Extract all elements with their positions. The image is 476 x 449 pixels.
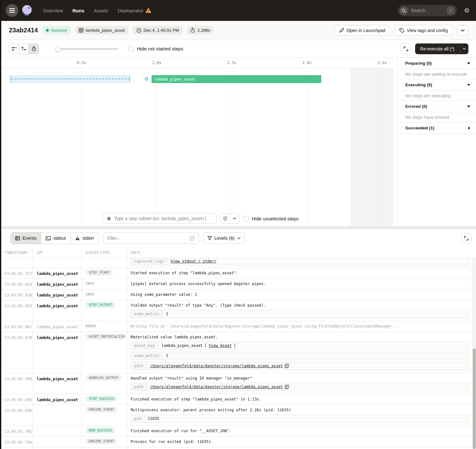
- step-waiting-bar[interactable]: [10, 75, 130, 83]
- hide-unselected-checkbox[interactable]: [243, 216, 249, 221]
- log-info-text: Using some_parameter value: 1: [131, 292, 469, 297]
- log-row[interactable]: 13:45:03.438lambda_pipes_assetINFOUsing …: [0, 290, 476, 300]
- tab-events[interactable]: Events: [11, 232, 41, 244]
- path-link[interactable]: /Users/alangenfeld/data/dagster/storage/…: [150, 364, 283, 368]
- clear-filter-icon[interactable]: [189, 236, 195, 241]
- log-row[interactable]: 13:45:03.505lambda_pipes_assetSTEP_SUCCE…: [0, 394, 476, 405]
- gantt-zoom-slider[interactable]: [55, 44, 118, 54]
- panel-resize-handle[interactable]: [0, 226, 476, 229]
- view-asset-link[interactable]: View Asset: [209, 343, 231, 348]
- log-row[interactable]: 13:45:03.701-RUN_SUCCESSFinished executi…: [0, 426, 476, 437]
- log-row[interactable]: 13:45:03.498lambda_pipes_assetHANDLED_OU…: [0, 373, 476, 394]
- col-info: INFO: [127, 251, 476, 255]
- settings-gear-icon[interactable]: ⚙: [464, 7, 470, 14]
- log-row[interactable]: 13:45:03.716-ENGINE_EVENTProcess for run…: [0, 437, 476, 447]
- path-link[interactable]: /Users/alangenfeld/data/dagster/storage/…: [150, 385, 283, 389]
- copy-icon[interactable]: [285, 364, 289, 368]
- tab-stderr[interactable]: stderr: [71, 232, 99, 244]
- log-tabs: Events stdout stderr: [10, 232, 99, 244]
- log-timestamp: 13:45:03.716: [4, 440, 32, 445]
- event-type-pill: ENGINE_EVENT: [86, 438, 117, 444]
- log-row[interactable]: 13:45:03.424lambda_pipes_assetINFO[pipes…: [0, 279, 476, 290]
- open-in-launchpad-button[interactable]: Open in Launchpad: [335, 25, 390, 36]
- search-input[interactable]: Search... /: [398, 5, 457, 16]
- log-table-header: TIMESTAMP OP EVENT TYPE INFO: [0, 247, 476, 258]
- slider-handle[interactable]: [55, 46, 61, 52]
- tab-stdout[interactable]: stdout: [41, 232, 71, 244]
- step-selector-icon: [107, 216, 111, 221]
- timeline-tick-label: 2.5s: [378, 61, 387, 65]
- log-filter-input[interactable]: Filter...: [103, 232, 199, 244]
- status-badge[interactable]: Success: [42, 26, 71, 35]
- nav-runs[interactable]: Runs: [73, 8, 85, 13]
- gantt-toolbar: Hide not started steps Re-execute all (*…: [0, 40, 476, 58]
- reexecute-all-button[interactable]: Re-execute all (*): [415, 43, 460, 54]
- metadata-value: /Users/alangenfeld/data/dagster/storage/…: [147, 383, 292, 391]
- dagster-logo-icon[interactable]: [20, 4, 34, 17]
- job-name-tag[interactable]: lambda_pipes_asset: [75, 26, 128, 35]
- caret-down-icon: [467, 84, 470, 86]
- log-op-cell: lambda_pipes_asset: [33, 268, 82, 278]
- hide-not-started-checkbox[interactable]: [128, 46, 134, 51]
- metadata-table: some_metric2: [131, 310, 469, 318]
- hamburger-menu-button[interactable]: [6, 4, 18, 17]
- nav-assets[interactable]: Assets: [94, 8, 108, 13]
- sidebar-section-header[interactable]: Succeeded (1): [398, 122, 476, 134]
- levels-dropdown[interactable]: Levels (6): [203, 232, 245, 244]
- graph-options-group: [220, 213, 239, 224]
- gantt-step-bar[interactable]: lambda_pipes_asset: [152, 75, 321, 83]
- event-type-label: INFO: [86, 292, 94, 296]
- log-row[interactable]: 13:45:02.372lambda_pipes_assetSTEP_START…: [0, 268, 476, 279]
- log-op: lambda_pipes_asset: [37, 335, 78, 340]
- log-fullscreen-button[interactable]: [461, 233, 472, 244]
- caret-down-icon: [467, 106, 470, 107]
- layers-icon-button[interactable]: [221, 213, 230, 224]
- log-filter-placeholder: Filter...: [107, 236, 189, 241]
- sidebar-section-header[interactable]: Preparing (0): [398, 58, 476, 69]
- view-mode-flat-button[interactable]: [9, 44, 19, 54]
- search-shortcut-badge: /: [447, 7, 454, 14]
- captured-logs-link[interactable]: View stdout / stderr: [171, 259, 217, 264]
- log-timestamp-cell: 13:45:03.438: [0, 290, 33, 300]
- start-time-tag: Dec 4, 1:45:01 PM: [133, 26, 183, 35]
- hide-unselected-checkbox-row[interactable]: Hide unselected steps: [243, 216, 299, 221]
- metadata-value: 2: [163, 310, 171, 318]
- run-header-more-button[interactable]: [457, 25, 468, 36]
- view-mode-waterfall-button[interactable]: [19, 44, 29, 54]
- log-row[interactable]: captured_logsView stdout / stderr: [0, 258, 476, 268]
- log-op-cell: lambda_pipes_asset: [33, 279, 82, 289]
- reexecute-dropdown-button[interactable]: [460, 43, 468, 54]
- nav-overview[interactable]: Overview: [43, 8, 63, 13]
- metadata-value-text: 2: [166, 312, 168, 316]
- step-subset-placeholder: Type a step subset (ex: lambda_pipes_ass…: [114, 216, 206, 221]
- nav-deployment[interactable]: Deployment: [118, 8, 151, 13]
- log-op-cell: lambda_pipes_asset: [33, 300, 82, 321]
- log-timestamp-cell: 13:45:03.461: [0, 321, 33, 332]
- log-scrollbar-thumb[interactable]: [473, 348, 476, 449]
- slider-track[interactable]: [55, 48, 118, 50]
- log-row[interactable]: 13:45:03.453lambda_pipes_assetSTEP_OUTPU…: [0, 300, 476, 321]
- log-info-cell: Finished execution of step "lambda_pipes…: [127, 394, 476, 405]
- hide-not-started-checkbox-row[interactable]: Hide not started steps: [128, 46, 183, 51]
- log-row[interactable]: 13:45:03.470lambda_pipes_assetASSET_MATE…: [0, 332, 476, 373]
- timeline-gridline: [82, 68, 82, 226]
- log-row[interactable]: 13:45:03.461lambda_pipes_assetDEBUGWriti…: [0, 321, 476, 332]
- view-tags-config-button[interactable]: View tags and config: [394, 25, 453, 36]
- log-row[interactable]: 13:45:03.696-ENGINE_EVENTMultiprocess ex…: [0, 405, 476, 426]
- view-mode-timed-button[interactable]: [29, 44, 39, 54]
- log-info-text: Yielded output "result" of type "Any". (…: [131, 303, 469, 308]
- col-op: OP: [33, 247, 82, 258]
- log-empty-row: [0, 447, 476, 449]
- event-type-pill: HANDLED_OUTPUT: [86, 375, 121, 381]
- copy-icon[interactable]: [285, 385, 289, 389]
- gantt-fullscreen-button[interactable]: [401, 43, 411, 54]
- tag-icon: [399, 28, 404, 33]
- log-op-cell: -: [33, 405, 82, 426]
- step-subset-input[interactable]: Type a step subset (ex: lambda_pipes_ass…: [102, 213, 217, 224]
- sidebar-section-body: No steps are waiting to execute: [398, 69, 476, 79]
- gantt-view-mode-group: [9, 43, 39, 54]
- sidebar-section-header[interactable]: Errored (0): [398, 101, 476, 112]
- log-scrollbar-track[interactable]: [472, 258, 476, 449]
- collapse-chevron-up-button[interactable]: [230, 213, 239, 224]
- sidebar-section-header[interactable]: Executing (0): [398, 79, 476, 91]
